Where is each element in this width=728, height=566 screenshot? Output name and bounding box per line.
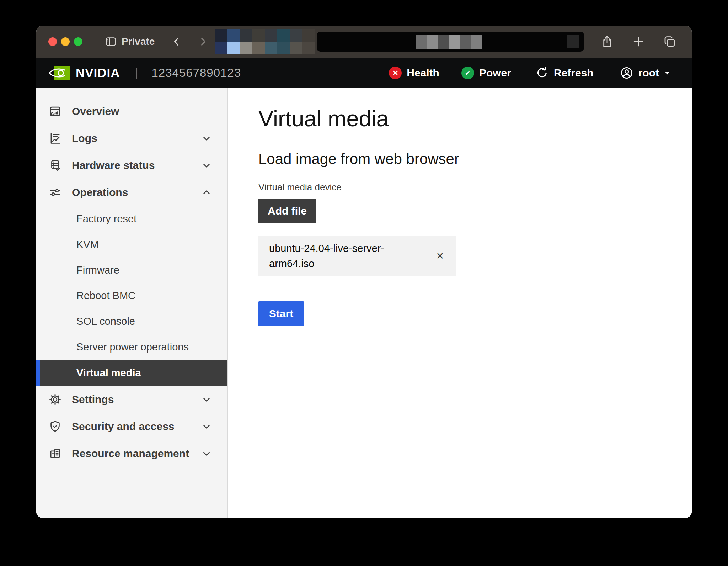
gear-icon: [48, 392, 63, 407]
section-heading: Load image from web browser: [258, 150, 670, 168]
nvidia-eye-icon: [48, 65, 71, 81]
health-error-icon: ✕: [389, 67, 402, 79]
sidebar-item-label: Resource management: [72, 448, 189, 460]
page-title: Virtual media: [258, 106, 670, 131]
dashboard-icon: [48, 104, 63, 119]
sidebar-subitem-label: SOL console: [76, 316, 135, 327]
traffic-lights: [48, 37, 82, 46]
back-button[interactable]: [171, 36, 182, 47]
file-chip: ubuntu-24.04-live-server-arm64.iso ✕: [258, 236, 456, 276]
close-window-button[interactable]: [48, 37, 57, 46]
user-label: root: [638, 67, 659, 79]
header-separator: |: [135, 66, 138, 80]
chevron-up-icon: [201, 187, 212, 198]
resources-icon: [48, 446, 63, 461]
remove-file-button[interactable]: ✕: [434, 250, 445, 262]
sidebar-subitem-label: Factory reset: [76, 213, 136, 225]
forward-button[interactable]: [197, 36, 209, 47]
sidebar-item-kvm[interactable]: KVM: [36, 232, 228, 257]
sidebar-subitem-label: Server power operations: [76, 341, 189, 353]
add-file-button[interactable]: Add file: [258, 199, 316, 223]
brand-wordmark: NVIDIA: [76, 66, 120, 80]
sidebar-item-settings[interactable]: Settings: [36, 386, 228, 413]
private-label: Private: [122, 36, 155, 47]
share-icon: [600, 35, 614, 49]
sidebar-subitem-label: Virtual media: [76, 367, 141, 379]
sidebar-toggle-icon: [105, 35, 117, 48]
logs-icon: [48, 131, 63, 146]
main-content: Virtual media Load image from web browse…: [228, 88, 692, 518]
power-status: ✓ Power: [461, 67, 511, 79]
sidebar-item-label: Settings: [72, 393, 114, 406]
sidebar-item-reboot-bmc[interactable]: Reboot BMC: [36, 283, 228, 308]
sidebar-item-logs[interactable]: Logs: [36, 125, 228, 152]
sidebar-item-label: Operations: [72, 186, 128, 199]
redacted-url-blur: [416, 35, 482, 49]
chevron-down-icon: [664, 70, 670, 75]
sidebar-item-label: Security and access: [72, 420, 175, 433]
sidebar-item-firmware[interactable]: Firmware: [36, 257, 228, 283]
redacted-tab-blur: [215, 29, 315, 54]
sidebar-item-resource-management[interactable]: Resource management: [36, 440, 228, 467]
power-label: Power: [479, 67, 511, 79]
shield-check-icon: [48, 419, 63, 434]
sidebar-subitem-label: KVM: [76, 239, 99, 250]
tabs-icon: [663, 35, 677, 49]
sidebar-item-server-power-operations[interactable]: Server power operations: [36, 334, 228, 360]
refresh-button[interactable]: Refresh: [533, 66, 596, 80]
sidebar-item-virtual-media[interactable]: Virtual media: [36, 360, 228, 386]
new-tab-button[interactable]: [631, 35, 646, 49]
sidebar-item-factory-reset[interactable]: Factory reset: [36, 206, 228, 232]
sidebar-item-label: Logs: [72, 132, 97, 144]
browser-window: Private: [36, 26, 692, 518]
chevron-down-icon: [201, 133, 212, 144]
sidebar-subitem-label: Firmware: [76, 264, 119, 276]
power-ok-icon: ✓: [461, 67, 474, 79]
address-bar[interactable]: [317, 32, 584, 52]
sidebar-item-sol-console[interactable]: SOL console: [36, 308, 228, 334]
plus-icon: [631, 35, 646, 49]
sidebar-item-operations[interactable]: Operations: [36, 179, 228, 206]
private-browsing-badge: Private: [105, 35, 155, 48]
start-button[interactable]: Start: [258, 301, 304, 326]
refresh-label: Refresh: [554, 67, 594, 79]
nvidia-logo: NVIDIA: [48, 65, 120, 81]
chevron-down-icon: [201, 394, 212, 405]
app-header: NVIDIA | 1234567890123 ✕ Health ✓ Power: [36, 58, 692, 88]
zoom-window-button[interactable]: [74, 37, 82, 46]
browser-toolbar: Private: [36, 26, 692, 58]
user-icon: [620, 66, 633, 80]
tab-overview-button[interactable]: [663, 35, 677, 49]
virtual-media-device-label: Virtual media device: [258, 182, 670, 193]
chevron-down-icon: [201, 160, 212, 171]
user-menu[interactable]: root: [618, 66, 673, 80]
sidebar-item-overview[interactable]: Overview: [36, 98, 228, 125]
sidebar-nav: Overview Logs: [36, 88, 228, 518]
redacted-url-blur-end: [567, 35, 579, 48]
sidebar-item-security-and-access[interactable]: Security and access: [36, 413, 228, 440]
file-name: ubuntu-24.04-live-server-arm64.iso: [269, 241, 411, 271]
server-check-icon: [48, 158, 63, 173]
sidebar-item-label: Hardware status: [72, 159, 155, 171]
minimize-window-button[interactable]: [61, 37, 70, 46]
chevron-down-icon: [201, 448, 212, 459]
health-status: ✕ Health: [389, 67, 439, 79]
sliders-icon: [48, 185, 63, 200]
sidebar-item-label: Overview: [72, 105, 119, 117]
sidebar-item-hardware-status[interactable]: Hardware status: [36, 152, 228, 179]
sidebar-subitem-label: Reboot BMC: [76, 290, 135, 302]
desktop-background: Private: [0, 0, 728, 566]
device-serial: 1234567890123: [151, 66, 241, 80]
share-button[interactable]: [600, 35, 614, 49]
health-label: Health: [407, 67, 439, 79]
chevron-down-icon: [201, 421, 212, 432]
refresh-icon: [535, 66, 549, 80]
